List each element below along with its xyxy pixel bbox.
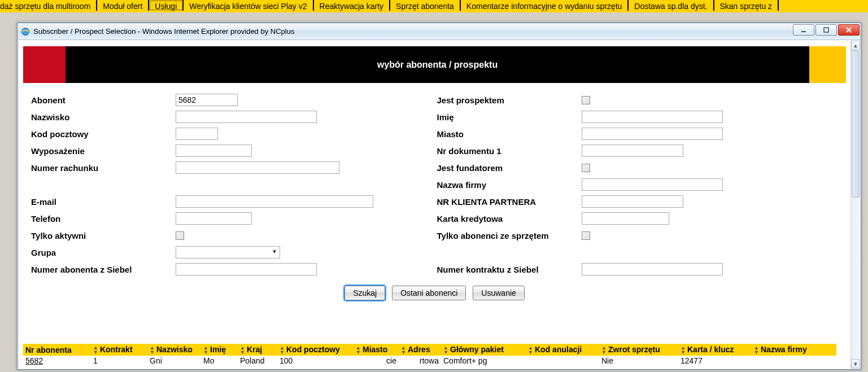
top-tab-4[interactable]: Reaktywacja karty <box>314 0 391 11</box>
top-tab-3[interactable]: Weryfikacja klientów sieci Play v2 <box>184 0 313 11</box>
top-tab-strip: daż sprzętu dla multiroom Moduł ofert Us… <box>0 0 868 12</box>
top-tab-7[interactable]: Dostawa sp.dla dyst. <box>629 0 714 11</box>
top-tab-6[interactable]: Komentarze informacyjne o wydaniu sprzęt… <box>461 0 629 11</box>
top-tab-8[interactable]: Skan sprzętu z <box>714 0 779 11</box>
top-tab-5[interactable]: Sprzęt abonenta <box>390 0 461 11</box>
top-tab-2[interactable]: Usługi <box>149 0 184 11</box>
top-tab-1[interactable]: Moduł ofert <box>97 0 149 11</box>
top-tab-0[interactable]: daż sprzętu dla multiroom <box>0 0 97 11</box>
